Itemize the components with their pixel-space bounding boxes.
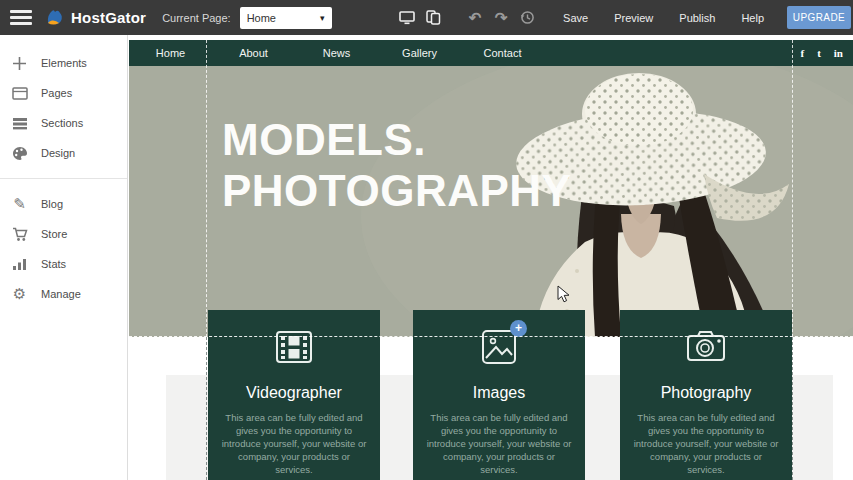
app-window: HostGator Current Page: Home ▾ ↶ ↷ xyxy=(0,0,853,480)
sidebar-item-label: Blog xyxy=(41,198,63,210)
gator-icon xyxy=(44,7,66,29)
history-icon[interactable] xyxy=(514,7,540,29)
film-icon xyxy=(274,327,314,367)
redo-icon[interactable]: ↷ xyxy=(488,7,514,29)
hamburger-menu-icon[interactable] xyxy=(10,10,32,25)
card-body: This area can be fully edited and gives … xyxy=(208,411,380,477)
upgrade-button[interactable]: UPGRADE xyxy=(787,6,851,29)
hero-title[interactable]: MODELS. PHOTOGRAPHY xyxy=(222,114,571,216)
sidebar-item-manage[interactable]: ⚙ Manage xyxy=(0,279,127,309)
gear-icon: ⚙ xyxy=(11,286,28,303)
card-body: This area can be fully edited and gives … xyxy=(620,411,792,477)
chevron-down-icon: ▾ xyxy=(320,13,325,23)
plus-icon xyxy=(11,55,28,72)
card-body: This area can be fully edited and gives … xyxy=(413,411,585,477)
sidebar-item-sections[interactable]: Sections xyxy=(0,108,127,138)
sidebar-item-label: Pages xyxy=(41,87,72,99)
toolbar-right-group: ↶ ↷ Save Preview Publish Help UPGRADE xyxy=(394,6,853,29)
site-nav-gallery[interactable]: Gallery xyxy=(378,47,461,59)
sidebar-item-store[interactable]: Store xyxy=(0,219,127,249)
sidebar-item-label: Sections xyxy=(41,117,83,129)
site-nav-home[interactable]: Home xyxy=(129,47,212,59)
mobile-view-icon[interactable] xyxy=(420,7,446,29)
sidebar-item-label: Manage xyxy=(41,288,81,300)
pages-icon xyxy=(11,85,28,102)
desktop-view-icon[interactable] xyxy=(394,7,420,29)
editor-toolbar: HostGator Current Page: Home ▾ ↶ ↷ xyxy=(0,0,853,35)
sidebar-item-label: Stats xyxy=(41,258,66,270)
site-nav-news[interactable]: News xyxy=(295,47,378,59)
editor-sidebar: Elements Pages Sections Design ✎ Blog xyxy=(0,35,128,480)
sidebar-item-elements[interactable]: Elements xyxy=(0,48,127,78)
save-button[interactable]: Save xyxy=(550,12,601,24)
page-select-value: Home xyxy=(247,12,320,24)
hero-title-line1: MODELS. xyxy=(222,114,571,165)
cart-icon xyxy=(11,226,28,243)
sidebar-item-label: Elements xyxy=(41,57,87,69)
social-links: f t in xyxy=(800,47,843,59)
sidebar-item-pages[interactable]: Pages xyxy=(0,78,127,108)
sidebar-item-stats[interactable]: Stats xyxy=(0,249,127,279)
feature-card-videographer[interactable]: Videographer This area can be fully edit… xyxy=(208,310,380,480)
hero-section[interactable]: MODELS. PHOTOGRAPHY xyxy=(129,66,853,337)
current-page-label: Current Page: xyxy=(162,12,230,24)
brand-name: HostGator xyxy=(71,9,146,26)
site-navbar[interactable]: Home About News Gallery Contact f t in xyxy=(129,40,853,66)
image-plus-icon: + xyxy=(479,327,519,367)
feature-card-images[interactable]: + Images This area can be fully edited a… xyxy=(413,310,585,480)
undo-icon[interactable]: ↶ xyxy=(462,7,488,29)
feature-card-photography[interactable]: Photography This area can be fully edite… xyxy=(620,310,792,480)
sidebar-item-blog[interactable]: ✎ Blog xyxy=(0,189,127,219)
camera-icon xyxy=(684,327,728,367)
site-nav-about[interactable]: About xyxy=(212,47,295,59)
stats-icon xyxy=(11,256,28,273)
sidebar-item-design[interactable]: Design xyxy=(0,138,127,168)
site-nav-contact[interactable]: Contact xyxy=(461,47,544,59)
palette-icon xyxy=(11,145,28,162)
card-title: Images xyxy=(413,384,585,402)
sections-icon xyxy=(11,115,28,132)
twitter-icon[interactable]: t xyxy=(817,47,821,59)
hero-title-line2: PHOTOGRAPHY xyxy=(222,165,571,216)
sidebar-divider xyxy=(0,178,127,179)
card-title: Videographer xyxy=(208,384,380,402)
site-preview-canvas[interactable]: Home About News Gallery Contact f t in xyxy=(129,35,853,480)
hostgator-logo: HostGator xyxy=(44,7,146,29)
sidebar-item-label: Design xyxy=(41,147,75,159)
sidebar-item-label: Store xyxy=(41,228,67,240)
page-select-dropdown[interactable]: Home ▾ xyxy=(240,7,332,29)
preview-button[interactable]: Preview xyxy=(601,12,666,24)
linkedin-icon[interactable]: in xyxy=(834,47,843,59)
pencil-icon: ✎ xyxy=(11,196,28,213)
card-title: Photography xyxy=(620,384,792,402)
publish-button[interactable]: Publish xyxy=(666,12,728,24)
add-image-badge[interactable]: + xyxy=(510,320,527,337)
facebook-icon[interactable]: f xyxy=(800,47,804,59)
help-button[interactable]: Help xyxy=(728,12,777,24)
